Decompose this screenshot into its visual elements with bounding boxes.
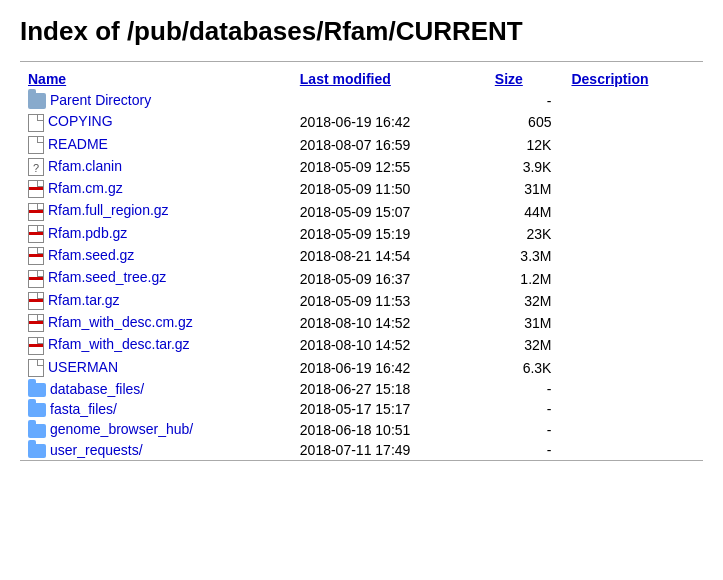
col-header-name[interactable]: Name bbox=[20, 68, 292, 90]
file-date-cell: 2018-06-18 10:51 bbox=[292, 419, 487, 439]
file-date-cell bbox=[292, 90, 487, 111]
col-header-desc[interactable]: Description bbox=[563, 68, 703, 90]
folder-icon bbox=[28, 403, 46, 417]
table-row: COPYING2018-06-19 16:42605 bbox=[20, 111, 703, 133]
file-link[interactable]: Rfam_with_desc.tar.gz bbox=[48, 336, 190, 352]
file-icon bbox=[28, 114, 44, 132]
file-name-cell: Rfam.tar.gz bbox=[20, 290, 292, 312]
file-size-cell: 23K bbox=[487, 223, 564, 245]
file-desc-cell bbox=[563, 178, 703, 200]
desc-sort-link[interactable]: Description bbox=[571, 71, 648, 87]
compressed-file-icon bbox=[28, 247, 44, 265]
file-link[interactable]: database_files/ bbox=[50, 381, 144, 397]
file-link[interactable]: user_requests/ bbox=[50, 442, 143, 458]
file-desc-cell bbox=[563, 111, 703, 133]
file-name-cell: Rfam_with_desc.cm.gz bbox=[20, 312, 292, 334]
table-row: user_requests/2018-07-11 17:49- bbox=[20, 440, 703, 460]
file-date-cell: 2018-05-09 11:50 bbox=[292, 178, 487, 200]
file-date-cell: 2018-08-10 14:52 bbox=[292, 312, 487, 334]
file-link[interactable]: COPYING bbox=[48, 113, 113, 129]
file-link[interactable]: Parent Directory bbox=[50, 92, 151, 108]
table-row: Rfam.full_region.gz2018-05-09 15:0744M bbox=[20, 200, 703, 222]
table-row: database_files/2018-06-27 15:18- bbox=[20, 379, 703, 399]
file-name-cell: genome_browser_hub/ bbox=[20, 419, 292, 439]
file-size-cell: - bbox=[487, 90, 564, 111]
table-row: Rfam.cm.gz2018-05-09 11:5031M bbox=[20, 178, 703, 200]
file-date-cell: 2018-06-19 16:42 bbox=[292, 357, 487, 379]
file-date-cell: 2018-05-09 16:37 bbox=[292, 267, 487, 289]
file-date-cell: 2018-08-07 16:59 bbox=[292, 134, 487, 156]
file-link[interactable]: Rfam.seed.gz bbox=[48, 247, 134, 263]
file-size-cell: 6.3K bbox=[487, 357, 564, 379]
file-desc-cell bbox=[563, 419, 703, 439]
compressed-file-icon bbox=[28, 292, 44, 310]
file-desc-cell bbox=[563, 134, 703, 156]
file-size-cell: 3.9K bbox=[487, 156, 564, 178]
date-sort-link[interactable]: Last modified bbox=[300, 71, 391, 87]
file-desc-cell bbox=[563, 200, 703, 222]
file-name-cell: Rfam.seed_tree.gz bbox=[20, 267, 292, 289]
file-size-cell: - bbox=[487, 440, 564, 460]
size-sort-link[interactable]: Size bbox=[495, 71, 523, 87]
file-date-cell: 2018-06-19 16:42 bbox=[292, 111, 487, 133]
file-desc-cell bbox=[563, 223, 703, 245]
file-name-cell: COPYING bbox=[20, 111, 292, 133]
file-link[interactable]: Rfam.clanin bbox=[48, 158, 122, 174]
file-desc-cell bbox=[563, 90, 703, 111]
col-header-date[interactable]: Last modified bbox=[292, 68, 487, 90]
file-date-cell: 2018-05-09 15:07 bbox=[292, 200, 487, 222]
file-link[interactable]: fasta_files/ bbox=[50, 401, 117, 417]
file-link[interactable]: Rfam.cm.gz bbox=[48, 180, 123, 196]
compressed-file-icon bbox=[28, 225, 44, 243]
name-sort-link[interactable]: Name bbox=[28, 71, 66, 87]
file-desc-cell bbox=[563, 379, 703, 399]
file-desc-cell bbox=[563, 245, 703, 267]
unknown-file-icon: ? bbox=[28, 158, 44, 176]
file-link[interactable]: Rfam_with_desc.cm.gz bbox=[48, 314, 193, 330]
folder-icon bbox=[28, 383, 46, 397]
file-date-cell: 2018-05-17 15:17 bbox=[292, 399, 487, 419]
file-name-cell: USERMAN bbox=[20, 357, 292, 379]
table-row: Rfam.seed_tree.gz2018-05-09 16:371.2M bbox=[20, 267, 703, 289]
file-link[interactable]: README bbox=[48, 136, 108, 152]
file-name-cell: Rfam_with_desc.tar.gz bbox=[20, 334, 292, 356]
file-date-cell: 2018-05-09 15:19 bbox=[292, 223, 487, 245]
file-name-cell: fasta_files/ bbox=[20, 399, 292, 419]
file-date-cell: 2018-05-09 12:55 bbox=[292, 156, 487, 178]
file-name-cell: user_requests/ bbox=[20, 440, 292, 460]
file-size-cell: 32M bbox=[487, 334, 564, 356]
file-link[interactable]: Rfam.tar.gz bbox=[48, 292, 120, 308]
file-name-cell: Parent Directory bbox=[20, 90, 292, 111]
table-row: README2018-08-07 16:5912K bbox=[20, 134, 703, 156]
file-size-cell: - bbox=[487, 419, 564, 439]
file-size-cell: 31M bbox=[487, 178, 564, 200]
file-desc-cell bbox=[563, 440, 703, 460]
table-row: Rfam_with_desc.cm.gz2018-08-10 14:5231M bbox=[20, 312, 703, 334]
file-link[interactable]: genome_browser_hub/ bbox=[50, 421, 193, 437]
compressed-file-icon bbox=[28, 314, 44, 332]
compressed-file-icon bbox=[28, 270, 44, 288]
file-name-cell: README bbox=[20, 134, 292, 156]
table-row: Rfam.seed.gz2018-08-21 14:543.3M bbox=[20, 245, 703, 267]
compressed-file-icon bbox=[28, 203, 44, 221]
file-date-cell: 2018-05-09 11:53 bbox=[292, 290, 487, 312]
file-name-cell: ?Rfam.clanin bbox=[20, 156, 292, 178]
file-desc-cell bbox=[563, 334, 703, 356]
file-size-cell: 44M bbox=[487, 200, 564, 222]
table-row: ?Rfam.clanin2018-05-09 12:553.9K bbox=[20, 156, 703, 178]
file-date-cell: 2018-08-10 14:52 bbox=[292, 334, 487, 356]
file-name-cell: Rfam.pdb.gz bbox=[20, 223, 292, 245]
file-link[interactable]: Rfam.pdb.gz bbox=[48, 225, 127, 241]
file-link[interactable]: Rfam.seed_tree.gz bbox=[48, 269, 166, 285]
table-row: Rfam_with_desc.tar.gz2018-08-10 14:5232M bbox=[20, 334, 703, 356]
file-link[interactable]: USERMAN bbox=[48, 359, 118, 375]
table-row: Rfam.tar.gz2018-05-09 11:5332M bbox=[20, 290, 703, 312]
table-row: USERMAN2018-06-19 16:426.3K bbox=[20, 357, 703, 379]
file-link[interactable]: Rfam.full_region.gz bbox=[48, 202, 169, 218]
file-date-cell: 2018-08-21 14:54 bbox=[292, 245, 487, 267]
file-desc-cell bbox=[563, 267, 703, 289]
file-size-cell: 605 bbox=[487, 111, 564, 133]
file-name-cell: Rfam.cm.gz bbox=[20, 178, 292, 200]
file-icon bbox=[28, 136, 44, 154]
col-header-size[interactable]: Size bbox=[487, 68, 564, 90]
